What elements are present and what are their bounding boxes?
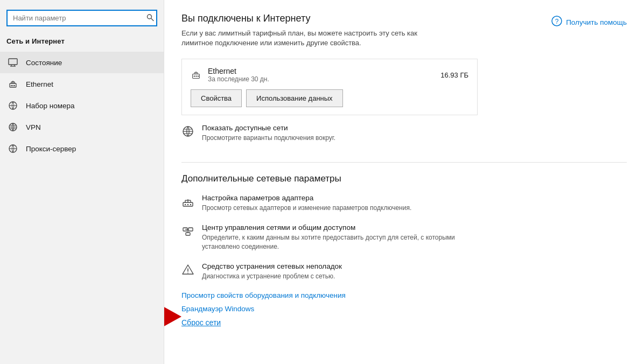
btn-row: Свойства Использование данных: [191, 89, 468, 107]
available-networks-desc: Просмотрите варианты подключения вокруг.: [202, 134, 335, 143]
search-wrapper: [0, 5, 164, 35]
data-usage-button[interactable]: Использование данных: [246, 89, 343, 107]
reset-row: Сброс сети: [181, 318, 627, 327]
sharing-center-text: Центр управления сетями и общим доступом…: [202, 223, 460, 251]
help-icon: ?: [551, 15, 563, 30]
help-section: ? Получить помощь: [551, 15, 627, 30]
arrow-shape: [164, 303, 181, 330]
svg-rect-48: [186, 233, 190, 235]
sidebar-item-vpn[interactable]: VPN: [0, 116, 164, 138]
troubleshoot-item[interactable]: Средство устранения сетевых неполадок Ди…: [181, 262, 627, 281]
sidebar-item-ethernet-label: Ethernet: [26, 80, 53, 88]
sidebar-item-status[interactable]: Состояние: [0, 52, 164, 73]
svg-text:?: ?: [555, 18, 559, 25]
ethernet-card-icon: [191, 69, 201, 80]
adapter-settings-title: Настройка параметров адаптера: [202, 194, 411, 202]
reset-link[interactable]: Сброс сети: [181, 318, 221, 327]
svg-rect-14: [14, 85, 15, 86]
svg-rect-32: [195, 76, 197, 77]
troubleshoot-title: Средство устранения сетевых неполадок: [202, 262, 342, 270]
available-networks-item[interactable]: Показать доступные сети Просмотрите вари…: [181, 124, 627, 151]
troubleshoot-desc: Диагностика и устранение проблем с сетью…: [202, 272, 342, 281]
connection-name: Ethernet: [208, 67, 434, 75]
monitor-icon: [8, 57, 18, 68]
dialup-icon: [8, 100, 18, 111]
svg-rect-13: [12, 85, 13, 86]
arrow-annotation: [164, 303, 181, 332]
sidebar-item-status-label: Состояние: [26, 59, 62, 67]
header-text: Вы подключены к Интернету Если у вас лим…: [181, 13, 440, 48]
hardware-link[interactable]: Просмотр свойств оборудования и подключе…: [181, 291, 627, 299]
sidebar-item-proxy-label: Прокси-сервер: [26, 145, 76, 153]
search-input[interactable]: [6, 10, 157, 26]
main-wrapper: Вы подключены к Интернету Если у вас лим…: [164, 0, 644, 364]
available-networks-text: Показать доступные сети Просмотрите вари…: [202, 124, 335, 143]
svg-rect-12: [11, 85, 12, 86]
sidebar: Сеть и Интернет Состояние: [0, 0, 164, 364]
additional-section-title: Дополнительные сетевые параметры: [181, 173, 627, 184]
svg-rect-33: [198, 76, 199, 77]
proxy-icon: [8, 143, 18, 154]
sharing-icon: [181, 225, 194, 237]
page-subtitle: Если у вас лимитный тарифный план, вы мо…: [181, 29, 440, 48]
svg-rect-45: [190, 204, 191, 205]
troubleshoot-text: Средство устранения сетевых неполадок Ди…: [202, 262, 342, 281]
adapter-settings-text: Настройка параметров адаптера Просмотр с…: [202, 194, 411, 213]
svg-rect-31: [194, 76, 195, 77]
page-title: Вы подключены к Интернету: [181, 13, 440, 24]
available-networks-icon: [181, 125, 194, 138]
connection-row: Ethernet За последние 30 дн. 16.93 ГБ: [191, 67, 468, 83]
svg-rect-47: [188, 228, 193, 231]
properties-button[interactable]: Свойства: [191, 89, 242, 107]
svg-point-0: [148, 15, 152, 19]
connection-size: 16.93 ГБ: [440, 71, 468, 79]
sidebar-section-title: Сеть и Интернет: [0, 35, 164, 52]
svg-rect-44: [187, 204, 188, 205]
main-content: Вы подключены к Интернету Если у вас лим…: [164, 0, 644, 340]
adapter-settings-desc: Просмотр сетевых адаптеров и изменение п…: [202, 204, 411, 213]
svg-rect-2: [9, 59, 17, 65]
ethernet-icon: [8, 79, 18, 89]
connection-sub: За последние 30 дн.: [208, 75, 434, 83]
sidebar-item-dialup-label: Набор номера: [26, 102, 75, 110]
arrow-svg: [164, 303, 181, 330]
header-area: Вы подключены к Интернету Если у вас лим…: [181, 13, 627, 48]
svg-line-1: [151, 18, 153, 20]
adapter-icon: [181, 195, 194, 208]
sidebar-item-vpn-label: VPN: [26, 123, 41, 131]
help-link[interactable]: Получить помощь: [566, 18, 627, 26]
sharing-center-item[interactable]: Центр управления сетями и общим доступом…: [181, 223, 627, 251]
svg-rect-43: [185, 204, 186, 205]
sharing-center-desc: Определите, к каким данным вы хотите пре…: [202, 233, 460, 251]
sidebar-item-dialup[interactable]: Набор номера: [0, 95, 164, 116]
svg-point-52: [187, 272, 188, 274]
firewall-link[interactable]: Брандмауэр Windows: [181, 305, 627, 313]
connection-info: Ethernet За последние 30 дн.: [208, 67, 434, 83]
vpn-icon: [8, 122, 18, 132]
available-networks-title: Показать доступные сети: [202, 124, 335, 132]
sharing-center-title: Центр управления сетями и общим доступом: [202, 223, 460, 232]
search-icon: [146, 13, 154, 21]
adapter-settings-item[interactable]: Настройка параметров адаптера Просмотр с…: [181, 194, 627, 213]
connection-card: Ethernet За последние 30 дн. 16.93 ГБ Св…: [181, 59, 478, 115]
search-button[interactable]: [146, 13, 154, 23]
sidebar-item-ethernet[interactable]: Ethernet: [0, 73, 164, 95]
troubleshoot-icon: [181, 263, 194, 276]
section-divider: [181, 162, 627, 163]
sidebar-item-proxy[interactable]: Прокси-сервер: [0, 138, 164, 159]
